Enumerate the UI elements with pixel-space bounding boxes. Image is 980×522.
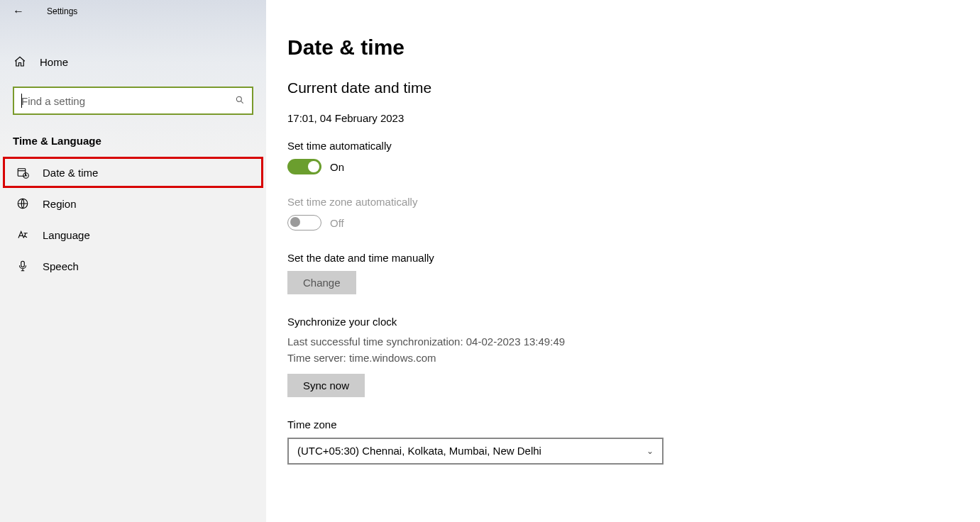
sidebar-item-label: Region [43,198,77,210]
change-button[interactable]: Change [287,271,356,294]
search-icon [235,95,245,107]
svg-point-0 [236,96,241,101]
sidebar-item-label: Speech [43,260,79,272]
sidebar-section-label: Time & Language [0,115,266,157]
current-date-value: 17:01, 04 February 2023 [287,112,980,124]
auto-tz-label: Set time zone automatically [287,196,980,208]
current-date-heading: Current date and time [287,79,980,96]
svg-rect-4 [21,261,25,267]
home-label: Home [40,56,68,68]
microphone-icon [16,260,30,272]
sidebar-item-label: Language [43,229,90,241]
chevron-down-icon: ⌄ [646,446,654,456]
auto-tz-toggle[interactable] [287,215,321,231]
sidebar-item-language[interactable]: Language [0,219,266,250]
manual-label: Set the date and time manually [287,252,980,264]
globe-icon [16,197,30,210]
auto-time-state: On [330,161,344,173]
sidebar-item-region[interactable]: Region [0,188,266,219]
sync-info: Last successful time synchronization: 04… [287,333,980,367]
settings-sidebar: ← Settings Home Time & Language Date & t… [0,0,266,522]
auto-time-toggle[interactable] [287,159,321,174]
titlebar: ← Settings [0,3,266,20]
sync-server: Time server: time.windows.com [287,350,980,366]
calendar-clock-icon [16,166,30,179]
back-arrow-icon[interactable]: ← [13,6,24,17]
timezone-select[interactable]: (UTC+05:30) Chennai, Kolkata, Mumbai, Ne… [287,438,664,465]
svg-rect-1 [18,169,26,177]
sidebar-item-label: Date & time [43,167,98,179]
sync-now-button[interactable]: Sync now [287,374,365,397]
search-box[interactable] [13,87,253,115]
home-icon [13,55,27,68]
search-input[interactable] [21,95,235,107]
timezone-value: (UTC+05:30) Chennai, Kolkata, Mumbai, Ne… [297,445,541,457]
timezone-label: Time zone [287,418,980,431]
auto-time-label: Set time automatically [287,140,980,152]
sidebar-item-speech[interactable]: Speech [0,250,266,282]
sync-heading: Synchronize your clock [287,316,980,328]
sidebar-item-date-time[interactable]: Date & time [3,157,263,188]
sidebar-item-home[interactable]: Home [0,50,266,74]
titlebar-label: Settings [47,6,77,16]
main-content: Date & time Current date and time 17:01,… [266,0,980,522]
auto-tz-state: Off [330,217,344,229]
sync-last: Last successful time synchronization: 04… [287,333,980,350]
language-icon [16,228,30,241]
page-title: Date & time [287,35,980,60]
text-caret [21,94,22,108]
